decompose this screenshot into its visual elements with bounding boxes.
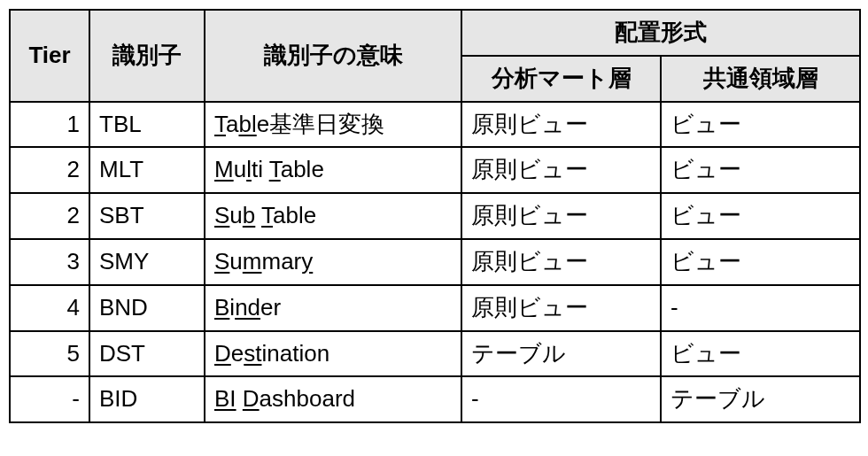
cell-placement-common: ビュー (661, 147, 860, 193)
cell-tier: - (10, 376, 89, 422)
cell-tier: 2 (10, 147, 89, 193)
cell-placement-common: ビュー (661, 193, 860, 239)
cell-placement-common: ビュー (661, 239, 860, 285)
cell-tier: 5 (10, 331, 89, 377)
cell-placement-mart: テーブル (461, 331, 661, 377)
table-row: 2SBTSub Table原則ビュービュー (10, 193, 860, 239)
cell-identifier: SBT (89, 193, 205, 239)
cell-placement-mart: - (461, 376, 661, 422)
cell-identifier: SMY (89, 239, 205, 285)
table-row: -BIDBI Dashboard-テーブル (10, 376, 860, 422)
header-tier: Tier (10, 10, 89, 102)
cell-tier: 2 (10, 193, 89, 239)
cell-tier: 3 (10, 239, 89, 285)
cell-meaning: Destination (205, 331, 461, 377)
header-meaning: 識別子の意味 (205, 10, 461, 102)
table-row: 3SMYSummary原則ビュービュー (10, 239, 860, 285)
header-placement-common: 共通領域層 (661, 56, 860, 102)
cell-placement-common: テーブル (661, 376, 860, 422)
cell-placement-common: ビュー (661, 331, 860, 377)
cell-placement-common: ビュー (661, 102, 860, 148)
cell-identifier: MLT (89, 147, 205, 193)
header-placement-mart: 分析マート層 (461, 56, 661, 102)
cell-placement-mart: 原則ビュー (461, 102, 661, 148)
table-row: 1TBLTable基準日変換原則ビュービュー (10, 102, 860, 148)
table-body: 1TBLTable基準日変換原則ビュービュー2MLTMulti Table原則ビ… (10, 102, 860, 423)
cell-tier: 4 (10, 285, 89, 331)
cell-meaning: Table基準日変換 (205, 102, 461, 148)
cell-meaning: Multi Table (205, 147, 461, 193)
cell-tier: 1 (10, 102, 89, 148)
identifier-tier-table: Tier 識別子 識別子の意味 配置形式 分析マート層 共通領域層 1TBLTa… (9, 9, 861, 423)
cell-placement-common: - (661, 285, 860, 331)
header-identifier: 識別子 (89, 10, 205, 102)
cell-placement-mart: 原則ビュー (461, 285, 661, 331)
cell-meaning: Sub Table (205, 193, 461, 239)
cell-identifier: TBL (89, 102, 205, 148)
cell-placement-mart: 原則ビュー (461, 147, 661, 193)
cell-meaning: Summary (205, 239, 461, 285)
cell-meaning: BI Dashboard (205, 376, 461, 422)
header-placement-group: 配置形式 (461, 10, 860, 56)
cell-meaning: Binder (205, 285, 461, 331)
cell-identifier: BID (89, 376, 205, 422)
table-header-row-1: Tier 識別子 識別子の意味 配置形式 (10, 10, 860, 56)
cell-placement-mart: 原則ビュー (461, 239, 661, 285)
cell-identifier: DST (89, 331, 205, 377)
cell-identifier: BND (89, 285, 205, 331)
cell-placement-mart: 原則ビュー (461, 193, 661, 239)
table-row: 4BNDBinder原則ビュー- (10, 285, 860, 331)
table-row: 2MLTMulti Table原則ビュービュー (10, 147, 860, 193)
table-row: 5DSTDestinationテーブルビュー (10, 331, 860, 377)
